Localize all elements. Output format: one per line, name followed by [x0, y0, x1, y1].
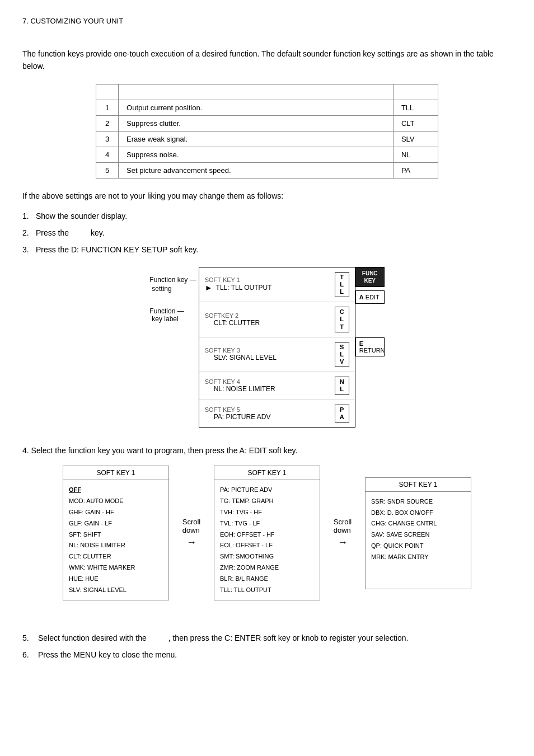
fk-row-4: SOFT KEY 4 NL: NOISE LIMITER NL [199, 372, 355, 400]
scroll-down-label-1: Scrolldown [182, 518, 201, 534]
panel-2-item: TVL: TVG - LF [220, 518, 314, 529]
fk-row-2: SOFTKEY 2 CLT: CLUTTER CLT [199, 302, 355, 337]
scroll-panel-3: SOFT KEY 1 SSR: SNDR SOURCE DBX: D. BOX … [365, 477, 471, 589]
return-key-button: E RETURN [355, 337, 385, 356]
fk-arrow-1: ► [205, 283, 213, 292]
function-key-diagram: Function key — setting Function — key la… [22, 267, 512, 428]
fk-label-3: SLV: SIGNAL LEVEL [205, 354, 335, 361]
panel-2-item: EOH: OFFSET - HF [220, 529, 314, 541]
panel-2-header: SOFT KEY 1 [214, 466, 320, 480]
panel-3-item: QP: QUICK POINT [371, 541, 465, 552]
panel-2-item: PA: PICTURE ADV [220, 485, 314, 496]
panel-3-body: SSR: SNDR SOURCE DBX: D. BOX ON/OFF CHG:… [366, 492, 471, 567]
scroll-panels-container: SOFT KEY 1 OFF MOD: AUTO MODE GHF: GAIN … [22, 466, 512, 600]
function-key-table: 1 Output current position. TLL 2 Suppres… [96, 84, 438, 179]
panel-2-item: ZMR: ZOOM RANGE [220, 562, 314, 574]
panel-1-item: GLF: GAIN - LF [69, 518, 163, 529]
step-2: 2. Press the key. [22, 227, 512, 240]
panel-3-item: SSR: SNDR SOURCE [371, 496, 465, 508]
step-5-num: 5. [22, 632, 38, 645]
panel-2-item: TG: TEMP. GRAPH [220, 496, 314, 507]
table-row: Suppress noise. [119, 147, 394, 162]
fk-label-2: CLT: CLUTTER [205, 319, 335, 327]
panel-2-body: PA: PICTURE ADV TG: TEMP. GRAPH TVH: TVG… [214, 480, 320, 600]
fk-key-box-4: NL [335, 377, 349, 395]
fk-row-3: SOFT KEY 3 SLV: SIGNAL LEVEL SLV [199, 337, 355, 373]
fk-right-panel: FUNCKEY A EDIT E RETURN [355, 267, 385, 356]
panel-1-item: HUE: HUE [69, 574, 163, 585]
panel-3-item: DBX: D. BOX ON/OFF [371, 508, 465, 519]
fk-display: SOFT KEY 1 ► TLL: TLL OUTPUT TLL SOFTKEY… [199, 267, 355, 428]
step-6-text: Press the MENU key to close the menu. [38, 649, 177, 662]
table-row: Output current position. [119, 100, 394, 115]
table-row: 5 [96, 162, 119, 178]
table-row: Suppress clutter. [119, 115, 394, 131]
panel-1-off: OFF [69, 486, 81, 493]
panel-1-body: OFF MOD: AUTO MODE GHF: GAIN - HF GLF: G… [63, 480, 168, 600]
func-key-button: FUNCKEY [355, 267, 385, 287]
panel-2-item: EOL: OFFSET - LF [220, 540, 314, 551]
step-5: 5. Select function desired with the , th… [22, 632, 512, 645]
fk-row-5: SOFT KEY 5 PA: PICTURE ADV PA [199, 400, 355, 427]
scroll-down-label-2: Scrolldown [334, 518, 352, 534]
edit-key-button: A EDIT [355, 290, 385, 304]
table-row: SLV [393, 131, 438, 147]
panel-1-item: GHF: GAIN - HF [69, 507, 163, 518]
fk-key-box-1: TLL [335, 272, 349, 298]
step4-text: 4. Select the function key you want to p… [22, 444, 512, 457]
fk-label-5: PA: PICTURE ADV [205, 413, 335, 421]
steps-list-1-3: 1. Show the sounder display. 2. Press th… [22, 210, 512, 256]
table-row: CLT [393, 115, 438, 131]
fk-name-1: SOFT KEY 1 [205, 276, 335, 283]
intro-text: The function keys provide one-touch exec… [22, 48, 512, 73]
fk-key-box-5: PA [335, 405, 349, 422]
fk-row-1: SOFT KEY 1 ► TLL: TLL OUTPUT TLL [199, 267, 355, 303]
panel-2-item: BLR: B/L RANGE [220, 574, 314, 585]
panel-1-item: WMK: WHITE MARKER [69, 562, 163, 574]
table-row: 2 [96, 115, 119, 131]
step-6: 6. Press the MENU key to close the menu. [22, 649, 512, 662]
fk-name-5: SOFT KEY 5 [205, 406, 335, 413]
diagram-labels: Function key — setting Function — key la… [149, 267, 196, 323]
fk-name-4: SOFT KEY 4 [205, 378, 335, 385]
fk-name-3: SOFT KEY 3 [205, 347, 335, 354]
panel-2-item: SMT: SMOOTHING [220, 551, 314, 562]
scroll-arrow-2: → [338, 537, 348, 548]
panel-3-item: MRK: MARK ENTRY [371, 552, 465, 563]
panel-1-item: MOD: AUTO MODE [69, 496, 163, 507]
table-row: PA [393, 162, 438, 178]
panel-3-item: CHG: CHANGE CNTRL [371, 518, 465, 529]
panel-1-header: SOFT KEY 1 [63, 466, 168, 480]
table-row: Set picture advancement speed. [119, 162, 394, 178]
step-1: 1. Show the sounder display. [22, 210, 512, 223]
label-function-label: Function — [149, 307, 184, 315]
fk-name-2: SOFTKEY 2 [205, 312, 335, 319]
section-title: 7. CUSTOMIZING YOUR UNIT [22, 17, 512, 25]
scroll-connector-2: Scrolldown → [320, 518, 365, 548]
table-row: 1 [96, 100, 119, 115]
scroll-panel-1: SOFT KEY 1 OFF MOD: AUTO MODE GHF: GAIN … [63, 466, 169, 600]
fk-key-box-2: CLT [335, 307, 349, 332]
panel-3-header: SOFT KEY 1 [366, 478, 471, 492]
label-key-label: key label [152, 315, 178, 323]
table-row: TLL [393, 100, 438, 115]
step-5-text: Select function desired with the , then … [38, 632, 408, 645]
panel-3-item: SAV: SAVE SCREEN [371, 529, 465, 541]
fk-key-box-3: SLV [335, 342, 349, 368]
scroll-panel-2: SOFT KEY 1 PA: PICTURE ADV TG: TEMP. GRA… [214, 466, 320, 600]
scroll-arrow-1: → [186, 537, 196, 548]
fk-label-1: TLL: TLL OUTPUT [216, 284, 272, 292]
step-3: 3. Press the D: FUNCTION KEY SETUP soft … [22, 243, 512, 257]
change-text: If the above settings are not to your li… [22, 190, 512, 202]
panel-2-item: TVH: TVG - HF [220, 507, 314, 518]
step-6-num: 6. [22, 649, 38, 662]
label-setting: setting [152, 285, 171, 293]
table-row: 3 [96, 131, 119, 147]
table-row: 4 [96, 147, 119, 162]
panel-1-item: SFT: SHIFT [69, 529, 163, 541]
table-row: Erase weak signal. [119, 131, 394, 147]
panel-2-item: TLL: TLL OUTPUT [220, 585, 314, 596]
scroll-connector-1: Scrolldown → [169, 518, 214, 548]
table-row: NL [393, 147, 438, 162]
fk-label-4: NL: NOISE LIMITER [205, 385, 335, 393]
